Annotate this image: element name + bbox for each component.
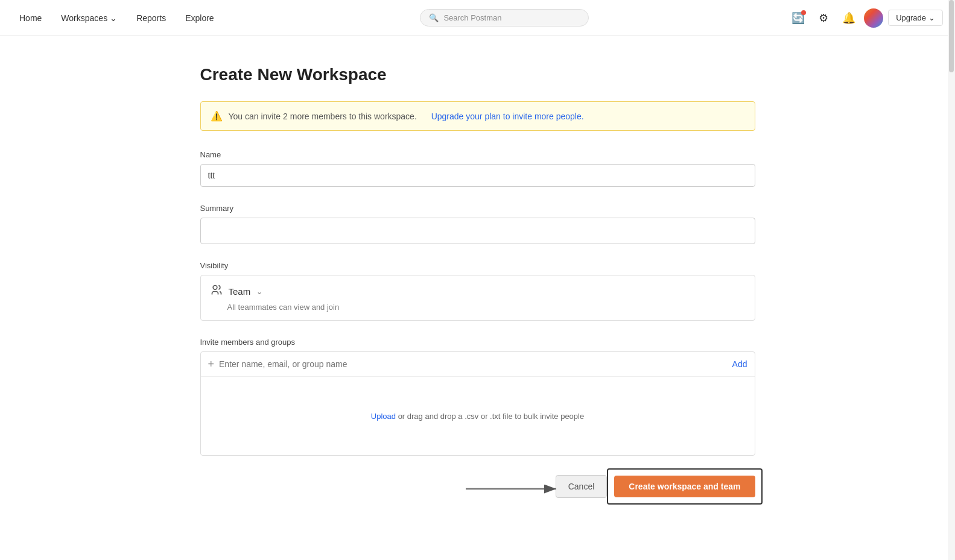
name-input[interactable]	[200, 164, 755, 187]
search-label: Search Postman	[443, 13, 501, 22]
nav-home[interactable]: Home	[12, 10, 49, 27]
invite-label: Invite members and groups	[200, 338, 755, 347]
visibility-type: Team	[229, 286, 251, 297]
invite-input[interactable]	[219, 357, 728, 371]
visibility-label: Visibility	[200, 261, 755, 270]
warning-icon: ⚠️	[211, 110, 223, 122]
visibility-field-group: Visibility Team ⌄ All teammates can view…	[200, 261, 755, 321]
sync-icon-btn[interactable]: 🔄	[788, 8, 808, 28]
nav-reports[interactable]: Reports	[129, 10, 173, 27]
add-button[interactable]: Add	[732, 359, 747, 369]
upgrade-link[interactable]: Upgrade your plan to invite more people.	[431, 112, 584, 121]
visibility-description: All teammates can view and join	[211, 303, 745, 312]
scrollbar-track[interactable]	[948, 0, 955, 527]
upload-link[interactable]: Upload	[371, 412, 396, 421]
summary-input[interactable]	[200, 218, 755, 244]
alert-text: You can invite 2 more members to this wo…	[229, 112, 417, 121]
gear-icon: ⚙	[819, 11, 828, 25]
summary-label: Summary	[200, 204, 755, 213]
nav-explore[interactable]: Explore	[178, 10, 221, 27]
visibility-selector[interactable]: Team ⌄	[211, 284, 745, 299]
cancel-button[interactable]: Cancel	[556, 475, 608, 498]
invite-box: + Add Upload or drag and drop a .csv or …	[200, 351, 755, 456]
chevron-down-icon: ⌄	[928, 13, 935, 22]
summary-field-group: Summary	[200, 204, 755, 244]
create-workspace-button[interactable]: Create workspace and team	[614, 476, 755, 497]
chevron-down-icon: ⌄	[256, 288, 262, 296]
invite-input-row: + Add	[201, 352, 755, 377]
notifications-icon-btn[interactable]: 🔔	[839, 8, 859, 28]
footer-actions: Cancel Create workspace and team	[200, 475, 755, 498]
page-title: Create New Workspace	[200, 65, 755, 84]
search-box[interactable]: 🔍 Search Postman	[420, 9, 589, 27]
main-content: Create New Workspace ⚠️ You can invite 2…	[176, 36, 779, 527]
chevron-down-icon: ⌄	[110, 13, 117, 23]
avatar[interactable]	[864, 8, 883, 28]
svg-point-0	[213, 286, 217, 290]
invite-field-group: Invite members and groups + Add Upload o…	[200, 338, 755, 456]
visibility-box: Team ⌄ All teammates can view and join	[200, 275, 755, 321]
team-icon	[211, 284, 223, 299]
name-field-group: Name	[200, 150, 755, 187]
nav-workspaces[interactable]: Workspaces ⌄	[54, 10, 124, 27]
invite-drop-zone[interactable]: Upload or drag and drop a .csv or .txt f…	[201, 377, 755, 455]
nav-right: 🔄 ⚙ 🔔 Upgrade ⌄	[788, 8, 943, 28]
name-label: Name	[200, 150, 755, 159]
plus-icon: +	[208, 358, 215, 371]
navbar: Home Workspaces ⌄ Reports Explore 🔍 Sear…	[0, 0, 955, 36]
scrollbar-thumb[interactable]	[949, 0, 954, 72]
create-btn-wrapper: Create workspace and team	[614, 476, 755, 497]
upload-text: or drag and drop a .csv or .txt file to …	[398, 412, 585, 421]
upgrade-button[interactable]: Upgrade ⌄	[888, 10, 943, 26]
search-icon: 🔍	[429, 13, 439, 22]
notification-dot	[801, 10, 806, 15]
search-area: 🔍 Search Postman	[226, 9, 783, 27]
bell-icon: 🔔	[842, 11, 855, 25]
settings-icon-btn[interactable]: ⚙	[813, 8, 834, 28]
alert-banner: ⚠️ You can invite 2 more members to this…	[200, 101, 755, 131]
